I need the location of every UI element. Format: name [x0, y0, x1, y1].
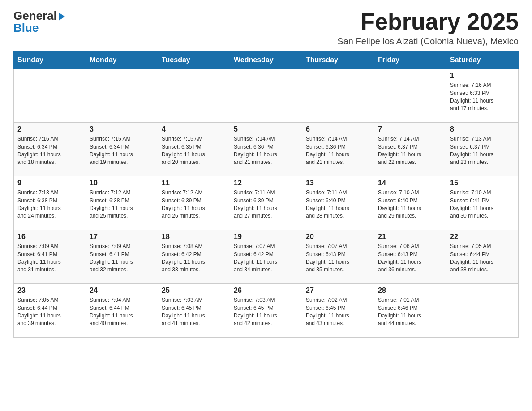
day-cell: 1Sunrise: 7:16 AM Sunset: 6:33 PM Daylig…	[446, 69, 519, 123]
col-header-monday: Monday	[86, 51, 158, 69]
day-cell: 16Sunrise: 7:09 AM Sunset: 6:41 PM Dayli…	[14, 230, 86, 284]
day-cell	[86, 69, 158, 123]
day-cell: 2Sunrise: 7:16 AM Sunset: 6:34 PM Daylig…	[14, 123, 86, 176]
day-number: 2	[17, 125, 82, 133]
day-cell: 23Sunrise: 7:05 AM Sunset: 6:44 PM Dayli…	[14, 284, 86, 338]
week-row-2: 2Sunrise: 7:16 AM Sunset: 6:34 PM Daylig…	[14, 123, 519, 176]
day-cell: 11Sunrise: 7:12 AM Sunset: 6:39 PM Dayli…	[158, 176, 230, 230]
day-info: Sunrise: 7:05 AM Sunset: 6:44 PM Dayligh…	[450, 243, 515, 274]
day-info: Sunrise: 7:15 AM Sunset: 6:34 PM Dayligh…	[90, 135, 154, 167]
location-subtitle: San Felipe los Alzati (Colonia Nueva), M…	[337, 36, 519, 47]
calendar-table: SundayMondayTuesdayWednesdayThursdayFrid…	[13, 51, 519, 338]
day-info: Sunrise: 7:01 AM Sunset: 6:46 PM Dayligh…	[378, 296, 442, 328]
day-cell: 21Sunrise: 7:06 AM Sunset: 6:43 PM Dayli…	[374, 230, 446, 284]
day-info: Sunrise: 7:04 AM Sunset: 6:44 PM Dayligh…	[90, 296, 154, 328]
col-header-saturday: Saturday	[446, 51, 519, 69]
day-number: 3	[90, 125, 154, 133]
day-number: 8	[450, 125, 515, 133]
day-number: 15	[450, 179, 515, 187]
day-cell: 27Sunrise: 7:02 AM Sunset: 6:45 PM Dayli…	[302, 284, 374, 338]
day-cell: 5Sunrise: 7:14 AM Sunset: 6:36 PM Daylig…	[230, 123, 302, 176]
day-number: 14	[378, 179, 442, 187]
day-info: Sunrise: 7:09 AM Sunset: 6:41 PM Dayligh…	[90, 243, 154, 274]
day-cell: 20Sunrise: 7:07 AM Sunset: 6:43 PM Dayli…	[302, 230, 374, 284]
day-number: 19	[234, 233, 298, 241]
title-area: February 2025 San Felipe los Alzati (Col…	[337, 9, 519, 47]
day-cell	[14, 69, 86, 123]
day-cell: 6Sunrise: 7:14 AM Sunset: 6:36 PM Daylig…	[302, 123, 374, 176]
col-header-sunday: Sunday	[14, 51, 86, 69]
day-number: 17	[90, 233, 154, 241]
col-header-tuesday: Tuesday	[158, 51, 230, 69]
day-cell: 10Sunrise: 7:12 AM Sunset: 6:38 PM Dayli…	[86, 176, 158, 230]
day-number: 4	[162, 125, 226, 133]
day-cell: 9Sunrise: 7:13 AM Sunset: 6:38 PM Daylig…	[14, 176, 86, 230]
day-cell: 24Sunrise: 7:04 AM Sunset: 6:44 PM Dayli…	[86, 284, 158, 338]
day-number: 18	[162, 233, 226, 241]
day-number: 28	[378, 287, 442, 295]
day-cell	[302, 69, 374, 123]
day-info: Sunrise: 7:12 AM Sunset: 6:39 PM Dayligh…	[162, 189, 226, 220]
day-number: 21	[378, 233, 442, 241]
day-number: 24	[90, 287, 154, 295]
day-number: 1	[450, 72, 515, 80]
day-info: Sunrise: 7:12 AM Sunset: 6:38 PM Dayligh…	[90, 189, 154, 220]
day-info: Sunrise: 7:15 AM Sunset: 6:35 PM Dayligh…	[162, 135, 226, 167]
day-number: 13	[306, 179, 370, 187]
day-header-row: SundayMondayTuesdayWednesdayThursdayFrid…	[14, 51, 519, 69]
day-cell	[158, 69, 230, 123]
day-cell: 25Sunrise: 7:03 AM Sunset: 6:45 PM Dayli…	[158, 284, 230, 338]
day-info: Sunrise: 7:10 AM Sunset: 6:41 PM Dayligh…	[450, 189, 515, 220]
logo-arrow-icon	[59, 13, 65, 21]
day-number: 12	[234, 179, 298, 187]
day-cell	[230, 69, 302, 123]
day-info: Sunrise: 7:13 AM Sunset: 6:38 PM Dayligh…	[17, 189, 82, 220]
col-header-thursday: Thursday	[302, 51, 374, 69]
day-info: Sunrise: 7:09 AM Sunset: 6:41 PM Dayligh…	[17, 243, 82, 274]
day-cell: 4Sunrise: 7:15 AM Sunset: 6:35 PM Daylig…	[158, 123, 230, 176]
day-info: Sunrise: 7:03 AM Sunset: 6:45 PM Dayligh…	[234, 296, 298, 328]
day-cell: 7Sunrise: 7:14 AM Sunset: 6:37 PM Daylig…	[374, 123, 446, 176]
day-info: Sunrise: 7:10 AM Sunset: 6:40 PM Dayligh…	[378, 189, 442, 220]
day-number: 23	[17, 287, 82, 295]
day-cell: 8Sunrise: 7:13 AM Sunset: 6:37 PM Daylig…	[446, 123, 519, 176]
week-row-3: 9Sunrise: 7:13 AM Sunset: 6:38 PM Daylig…	[14, 176, 519, 230]
day-cell: 17Sunrise: 7:09 AM Sunset: 6:41 PM Dayli…	[86, 230, 158, 284]
day-info: Sunrise: 7:11 AM Sunset: 6:39 PM Dayligh…	[234, 189, 298, 220]
day-cell: 28Sunrise: 7:01 AM Sunset: 6:46 PM Dayli…	[374, 284, 446, 338]
logo: General Blue	[13, 9, 65, 35]
day-number: 6	[306, 125, 370, 133]
day-info: Sunrise: 7:11 AM Sunset: 6:40 PM Dayligh…	[306, 189, 370, 220]
day-cell: 13Sunrise: 7:11 AM Sunset: 6:40 PM Dayli…	[302, 176, 374, 230]
day-number: 10	[90, 179, 154, 187]
day-info: Sunrise: 7:14 AM Sunset: 6:36 PM Dayligh…	[234, 135, 298, 167]
day-info: Sunrise: 7:06 AM Sunset: 6:43 PM Dayligh…	[378, 243, 442, 274]
day-number: 27	[306, 287, 370, 295]
day-cell: 3Sunrise: 7:15 AM Sunset: 6:34 PM Daylig…	[86, 123, 158, 176]
day-info: Sunrise: 7:14 AM Sunset: 6:37 PM Dayligh…	[378, 135, 442, 167]
week-row-5: 23Sunrise: 7:05 AM Sunset: 6:44 PM Dayli…	[14, 284, 519, 338]
day-info: Sunrise: 7:16 AM Sunset: 6:33 PM Dayligh…	[450, 81, 515, 113]
day-number: 16	[17, 233, 82, 241]
day-info: Sunrise: 7:08 AM Sunset: 6:42 PM Dayligh…	[162, 243, 226, 274]
day-cell: 26Sunrise: 7:03 AM Sunset: 6:45 PM Dayli…	[230, 284, 302, 338]
day-number: 7	[378, 125, 442, 133]
day-cell: 18Sunrise: 7:08 AM Sunset: 6:42 PM Dayli…	[158, 230, 230, 284]
day-number: 20	[306, 233, 370, 241]
day-cell: 19Sunrise: 7:07 AM Sunset: 6:42 PM Dayli…	[230, 230, 302, 284]
day-cell	[446, 284, 519, 338]
day-info: Sunrise: 7:14 AM Sunset: 6:36 PM Dayligh…	[306, 135, 370, 167]
day-info: Sunrise: 7:07 AM Sunset: 6:43 PM Dayligh…	[306, 243, 370, 274]
month-title: February 2025	[337, 9, 519, 34]
logo-blue-text: Blue	[13, 21, 39, 35]
day-number: 26	[234, 287, 298, 295]
day-number: 9	[17, 179, 82, 187]
day-info: Sunrise: 7:16 AM Sunset: 6:34 PM Dayligh…	[17, 135, 82, 167]
day-number: 11	[162, 179, 226, 187]
day-number: 25	[162, 287, 226, 295]
day-cell	[374, 69, 446, 123]
day-cell: 14Sunrise: 7:10 AM Sunset: 6:40 PM Dayli…	[374, 176, 446, 230]
week-row-4: 16Sunrise: 7:09 AM Sunset: 6:41 PM Dayli…	[14, 230, 519, 284]
day-cell: 15Sunrise: 7:10 AM Sunset: 6:41 PM Dayli…	[446, 176, 519, 230]
header: General Blue February 2025 San Felipe lo…	[13, 9, 519, 47]
